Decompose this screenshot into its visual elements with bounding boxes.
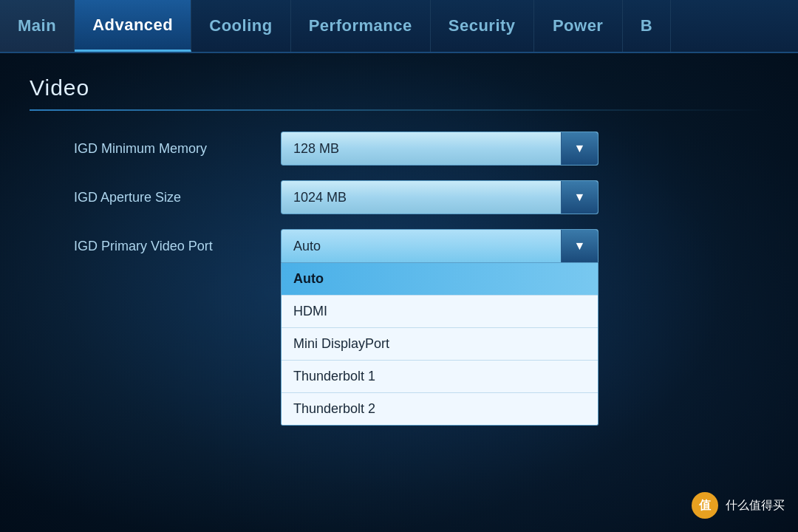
watermark-badge: 值 — [692, 492, 718, 519]
igd-min-memory-label: IGD Minimum Memory — [30, 141, 281, 157]
tab-power[interactable]: Power — [534, 0, 623, 52]
dropdown-option-thunderbolt2[interactable]: Thunderbolt 2 — [282, 392, 598, 425]
igd-min-memory-select[interactable]: 128 MB ▼ — [281, 132, 598, 166]
igd-primary-video-port-row: IGD Primary Video Port Auto ▼ Auto HDMI … — [30, 229, 768, 263]
watermark: 值 什么值得买 — [692, 492, 785, 519]
igd-primary-video-port-dropdown[interactable]: Auto ▼ Auto HDMI Mini DisplayPort Thunde… — [281, 229, 598, 263]
igd-aperture-size-label: IGD Aperture Size — [30, 190, 281, 205]
tab-main[interactable]: Main — [0, 0, 75, 52]
igd-aperture-size-arrow[interactable]: ▼ — [561, 181, 598, 214]
tab-cooling[interactable]: Cooling — [191, 0, 290, 52]
igd-min-memory-row: IGD Minimum Memory 128 MB ▼ — [30, 132, 768, 166]
igd-primary-video-port-select[interactable]: Auto ▼ — [281, 229, 598, 263]
igd-primary-video-port-label: IGD Primary Video Port — [30, 239, 281, 254]
tab-bar: Main Advanced Cooling Performance Securi… — [0, 0, 798, 53]
dropdown-option-thunderbolt1[interactable]: Thunderbolt 1 — [282, 360, 598, 392]
tab-b[interactable]: B — [623, 0, 671, 52]
dropdown-option-auto[interactable]: Auto — [282, 263, 598, 295]
igd-min-memory-arrow[interactable]: ▼ — [561, 132, 598, 165]
main-content: Video IGD Minimum Memory 128 MB ▼ IGD Ap… — [0, 53, 798, 300]
igd-aperture-size-row: IGD Aperture Size 1024 MB ▼ — [30, 180, 768, 214]
tab-performance[interactable]: Performance — [291, 0, 431, 52]
igd-aperture-size-dropdown[interactable]: 1024 MB ▼ — [281, 180, 598, 214]
watermark-text: 什么值得买 — [726, 498, 785, 514]
dropdown-option-mini-displayport[interactable]: Mini DisplayPort — [282, 327, 598, 360]
section-divider — [30, 109, 768, 111]
section-title: Video — [30, 75, 768, 100]
igd-min-memory-dropdown[interactable]: 128 MB ▼ — [281, 132, 598, 166]
tab-advanced[interactable]: Advanced — [75, 0, 191, 52]
dropdown-option-hdmi[interactable]: HDMI — [282, 295, 598, 327]
igd-aperture-size-select[interactable]: 1024 MB ▼ — [281, 180, 598, 214]
igd-primary-video-port-list: Auto HDMI Mini DisplayPort Thunderbolt 1… — [281, 263, 598, 426]
tab-security[interactable]: Security — [431, 0, 534, 52]
igd-primary-video-port-arrow[interactable]: ▼ — [561, 230, 598, 262]
